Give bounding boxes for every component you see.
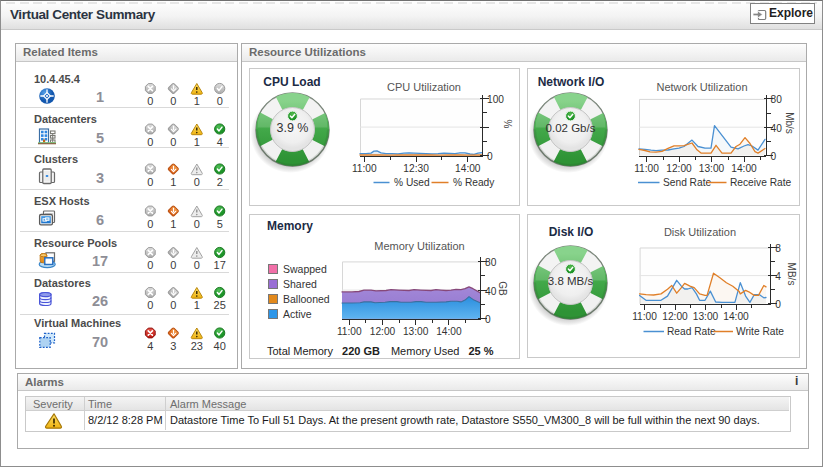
svg-text:Send Rate: Send Rate xyxy=(663,177,711,188)
svg-text:0: 0 xyxy=(775,299,781,310)
svg-text:14:00: 14:00 xyxy=(723,311,749,322)
svg-text:CPU Utilization: CPU Utilization xyxy=(387,81,461,93)
svg-text:13:00: 13:00 xyxy=(693,311,719,322)
svg-text:Network Utilization: Network Utilization xyxy=(656,81,747,93)
svg-text:0: 0 xyxy=(771,151,777,162)
svg-text:12:30: 12:30 xyxy=(403,163,429,174)
svg-text:100: 100 xyxy=(487,94,504,105)
svg-text:0: 0 xyxy=(487,151,493,162)
svg-text:Disk Utilization: Disk Utilization xyxy=(664,226,736,238)
svg-text:40: 40 xyxy=(485,286,497,297)
svg-text:4: 4 xyxy=(775,271,781,282)
svg-text:3.8 MB/s: 3.8 MB/s xyxy=(548,275,594,287)
svg-text:80: 80 xyxy=(485,257,497,268)
svg-text:% Ready: % Ready xyxy=(453,177,495,188)
svg-text:0: 0 xyxy=(485,314,491,325)
svg-text:Mb/s: Mb/s xyxy=(784,112,795,134)
svg-text:11:00: 11:00 xyxy=(632,311,657,322)
svg-text:MB/s: MB/s xyxy=(786,263,797,286)
svg-text:14:00: 14:00 xyxy=(455,163,481,174)
svg-text:Memory Utilization: Memory Utilization xyxy=(374,240,464,252)
svg-text:Write Rate: Write Rate xyxy=(736,326,784,337)
svg-text:Read Rate: Read Rate xyxy=(667,326,716,337)
svg-text:11:00: 11:00 xyxy=(634,163,659,174)
svg-text:12:00: 12:00 xyxy=(370,326,396,337)
svg-text:12:00: 12:00 xyxy=(662,311,688,322)
svg-text:14:00: 14:00 xyxy=(436,326,462,337)
svg-text:Receive Rate: Receive Rate xyxy=(730,177,791,188)
svg-text:0.02 Gb/s: 0.02 Gb/s xyxy=(546,122,596,134)
svg-text:14:00: 14:00 xyxy=(731,163,757,174)
svg-text:11:00: 11:00 xyxy=(337,326,362,337)
svg-text:8: 8 xyxy=(775,243,781,254)
svg-text:11:00: 11:00 xyxy=(352,163,377,174)
svg-text:3.9 %: 3.9 % xyxy=(277,121,309,135)
svg-text:%: % xyxy=(502,120,513,129)
svg-text:% Used: % Used xyxy=(394,177,430,188)
svg-text:80: 80 xyxy=(771,94,783,105)
svg-text:GB: GB xyxy=(497,281,508,296)
svg-text:12:00: 12:00 xyxy=(666,163,692,174)
svg-text:40: 40 xyxy=(771,123,783,134)
svg-text:13:00: 13:00 xyxy=(403,326,429,337)
svg-text:13:00: 13:00 xyxy=(699,163,725,174)
